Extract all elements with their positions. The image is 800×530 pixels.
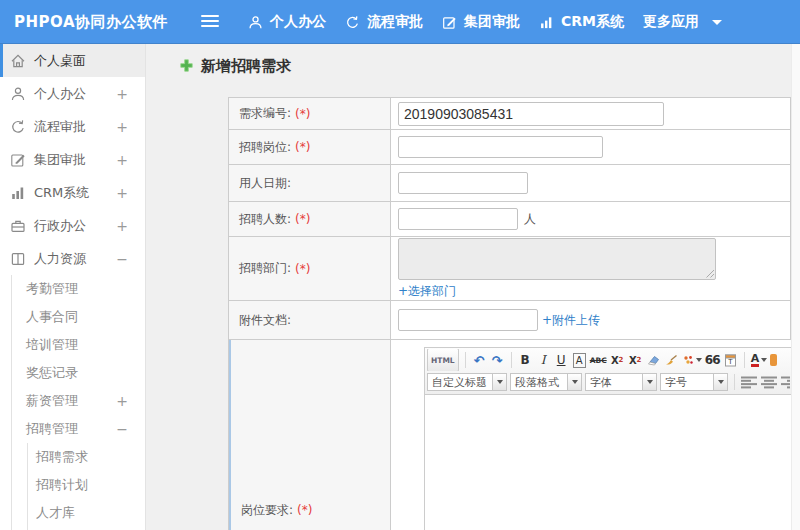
collapse-icon[interactable]: − [116, 421, 128, 437]
clipped-toolbar-icon[interactable] [770, 354, 777, 366]
topnav-more-apps[interactable]: 更多应用 [643, 13, 722, 31]
field-label-job-requirements: 岗位要求:(*) [229, 340, 391, 530]
sidebar-item-personnel-contract[interactable]: 人事合同 [0, 303, 145, 331]
paragraph-format-select[interactable]: 段落格式 [510, 373, 582, 391]
paste-icon[interactable]: T [723, 351, 738, 369]
add-icon [180, 57, 193, 76]
sidebar-item-crm-system[interactable]: CRM系统 + [0, 176, 145, 209]
editor-toolbar: HTML ↶ ↷ B I U A ABC X2 X2 [425, 348, 792, 395]
request-no-input[interactable] [398, 102, 664, 126]
sidebar-item-admin-office[interactable]: 行政办公 + [0, 209, 145, 242]
page-title: 新增招聘需求 [146, 44, 800, 76]
recruit-position-input[interactable] [398, 136, 603, 158]
color-splash-icon[interactable] [682, 351, 702, 369]
field-label-attachment: 附件文档: [229, 301, 391, 339]
collapse-icon[interactable]: − [116, 251, 128, 267]
edit-icon [10, 152, 26, 168]
sidebar-item-recruitment-request[interactable]: 招聘需求 [0, 443, 145, 471]
svg-text:T: T [727, 358, 733, 366]
sidebar-item-reward-punishment-records[interactable]: 奖惩记录 [0, 359, 145, 387]
expand-icon[interactable]: + [116, 119, 128, 135]
headcount-input[interactable] [398, 208, 518, 230]
blockquote-button[interactable]: 66 [705, 351, 720, 369]
required-mark: (*) [295, 107, 310, 121]
hamburger-menu-icon[interactable] [201, 15, 219, 29]
recruit-department-textarea[interactable] [398, 238, 716, 280]
undo-icon[interactable]: ↶ [472, 351, 487, 369]
rich-text-editor: HTML ↶ ↷ B I U A ABC X2 X2 [424, 347, 793, 530]
topnav-group-approval[interactable]: 集团审批 [442, 13, 520, 31]
topnav-crm-system[interactable]: CRM系统 [539, 13, 624, 31]
redo-icon[interactable]: ↷ [490, 351, 505, 369]
indent-guide [27, 443, 28, 530]
expand-icon[interactable]: + [116, 86, 128, 102]
hire-date-input[interactable] [398, 172, 528, 194]
sidebar-item-recruitment-management[interactable]: 招聘管理 − [0, 415, 145, 443]
bar-chart-icon [539, 15, 554, 30]
underline-button[interactable]: U [554, 351, 569, 369]
align-right-icon[interactable] [781, 373, 790, 391]
process-icon [10, 119, 26, 135]
attachment-upload-link[interactable]: +附件上传 [542, 312, 600, 329]
briefcase-icon [10, 218, 26, 234]
sidebar-item-attendance-management[interactable]: 考勤管理 [0, 275, 145, 303]
custom-title-select[interactable]: 自定义标题 [427, 373, 507, 391]
expand-icon[interactable]: + [116, 393, 128, 409]
editor-content-area[interactable] [425, 395, 792, 530]
topnav-workflow-approval[interactable]: 流程审批 [345, 13, 423, 31]
subscript-button[interactable]: X2 [628, 351, 643, 369]
edit-icon [442, 15, 457, 30]
required-mark: (*) [295, 262, 310, 276]
required-mark: (*) [297, 503, 312, 517]
user-icon [10, 86, 26, 102]
sidebar-item-workflow-approval[interactable]: 流程审批 + [0, 110, 145, 143]
field-label-recruit-position: 招聘岗位:(*) [229, 130, 391, 164]
attachment-input[interactable] [398, 309, 538, 331]
eraser-icon[interactable] [646, 351, 661, 369]
sidebar-item-personal-office[interactable]: 个人办公 + [0, 77, 145, 110]
font-color-button[interactable]: A [751, 351, 768, 369]
field-label-request-no: 需求编号:(*) [229, 98, 391, 129]
italic-button[interactable]: I [536, 351, 551, 369]
font-family-select[interactable]: 字体 [585, 373, 657, 391]
topnav-personal-office[interactable]: 个人办公 [248, 13, 326, 31]
caret-down-icon [493, 373, 507, 391]
html-source-button[interactable]: HTML [427, 349, 459, 371]
select-department-link[interactable]: +选择部门 [398, 283, 456, 300]
expand-icon[interactable]: + [116, 185, 128, 201]
caret-down-icon [761, 358, 767, 362]
book-icon [10, 251, 26, 267]
superscript-button[interactable]: X2 [610, 351, 625, 369]
sidebar-item-recruitment-plan[interactable]: 招聘计划 [0, 471, 145, 499]
expand-icon[interactable]: + [116, 152, 128, 168]
caret-down-icon [696, 358, 702, 362]
sidebar-item-talent-pool[interactable]: 人才库 [0, 499, 145, 527]
topbar: PHPOA协同办公软件 个人办公 流程审批 集团审批 CRM系统 更多应用 [0, 0, 800, 44]
process-icon [345, 15, 360, 30]
bold-button[interactable]: B [518, 351, 533, 369]
sidebar-item-group-approval[interactable]: 集团审批 + [0, 143, 145, 176]
resize-handle[interactable] [705, 269, 714, 278]
field-label-recruit-department: 招聘部门:(*) [229, 237, 391, 300]
bar-chart-icon [10, 185, 26, 201]
home-icon [10, 53, 26, 69]
caret-down-icon [714, 373, 728, 391]
vertical-scrollbar[interactable] [791, 44, 800, 530]
sidebar-item-salary-management[interactable]: 薪资管理 + [0, 387, 145, 415]
app-title: PHPOA协同办公软件 [14, 0, 168, 44]
font-size-select[interactable]: 字号 [660, 373, 728, 391]
sidebar-item-personal-desktop[interactable]: 个人桌面 [0, 44, 145, 77]
format-brush-icon[interactable] [664, 351, 679, 369]
expand-icon[interactable]: + [116, 218, 128, 234]
align-left-icon[interactable] [741, 373, 758, 391]
align-center-icon[interactable] [761, 373, 778, 391]
strikethrough-button[interactable]: ABC [590, 351, 607, 369]
sidebar-item-human-resources[interactable]: 人力资源 − [0, 242, 145, 275]
main-content: 新增招聘需求 需求编号:(*) 招聘岗位:(*) 用人日期: [146, 44, 800, 530]
sidebar-item-training-management[interactable]: 培训管理 [0, 331, 145, 359]
recruitment-request-form: 需求编号:(*) 招聘岗位:(*) 用人日期: [228, 97, 791, 530]
caret-down-icon [568, 373, 582, 391]
page-title-text: 新增招聘需求 [201, 57, 291, 76]
font-border-button[interactable]: A [572, 351, 587, 369]
top-navigation: 个人办公 流程审批 集团审批 CRM系统 更多应用 [248, 0, 722, 44]
